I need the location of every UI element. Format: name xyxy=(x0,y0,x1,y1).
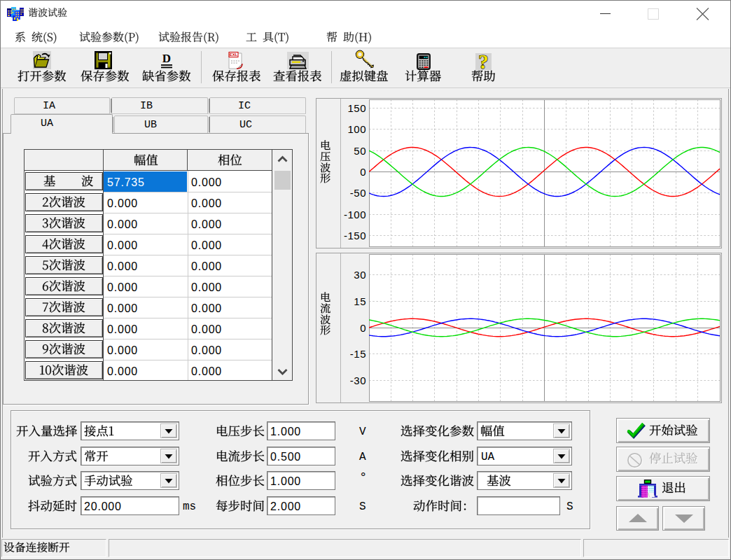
svg-text:D: D xyxy=(162,52,171,65)
svg-text:EXL: EXL xyxy=(230,52,238,57)
svg-text:?: ? xyxy=(478,53,489,70)
